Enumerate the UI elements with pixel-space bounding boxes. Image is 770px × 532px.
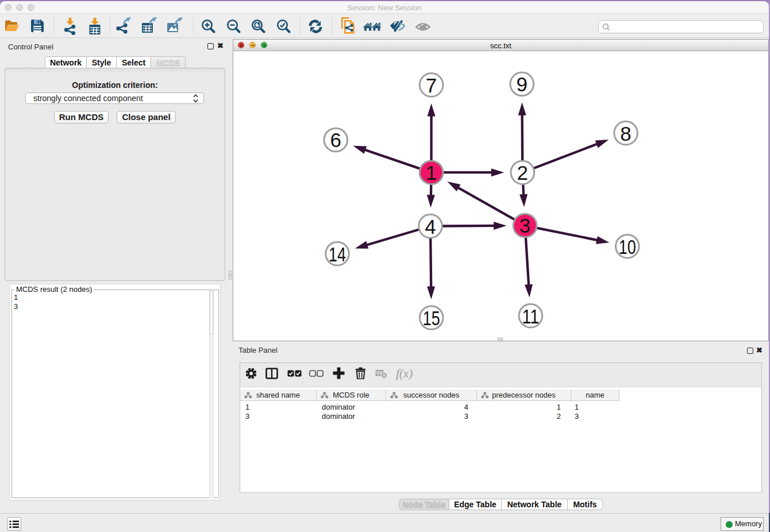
svg-text:1: 1 xyxy=(426,161,437,184)
svg-text:7: 7 xyxy=(426,74,437,97)
svg-text:2: 2 xyxy=(517,161,528,184)
svg-text:14: 14 xyxy=(329,243,346,265)
svg-text:3: 3 xyxy=(519,214,530,237)
svg-text:10: 10 xyxy=(619,236,636,258)
svg-text:8: 8 xyxy=(620,122,631,145)
svg-text:11: 11 xyxy=(522,305,539,327)
svg-text:9: 9 xyxy=(517,73,528,95)
svg-text:15: 15 xyxy=(423,307,440,329)
svg-text:6: 6 xyxy=(330,129,341,151)
svg-text:4: 4 xyxy=(425,215,436,238)
